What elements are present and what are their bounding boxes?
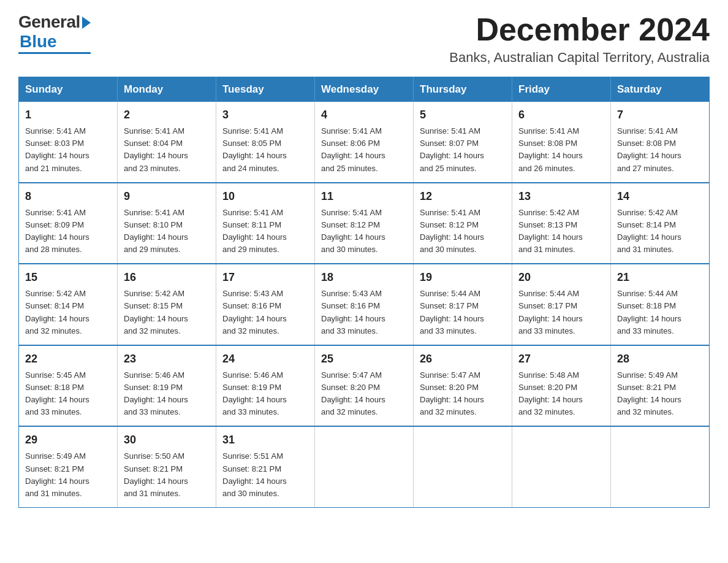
day-number: 21 (617, 269, 703, 286)
day-number: 15 (25, 269, 111, 286)
header-saturday: Saturday (611, 77, 710, 102)
day-info: Sunrise: 5:41 AMSunset: 8:04 PMDaylight:… (124, 125, 210, 175)
table-row: 18Sunrise: 5:43 AMSunset: 8:16 PMDayligh… (315, 264, 414, 345)
table-row: 9Sunrise: 5:41 AMSunset: 8:10 PMDaylight… (118, 183, 216, 264)
table-row: 10Sunrise: 5:41 AMSunset: 8:11 PMDayligh… (216, 183, 315, 264)
calendar-week-row: 29Sunrise: 5:49 AMSunset: 8:21 PMDayligh… (19, 426, 710, 507)
calendar-week-row: 1Sunrise: 5:41 AMSunset: 8:03 PMDaylight… (19, 102, 710, 183)
day-info: Sunrise: 5:51 AMSunset: 8:21 PMDaylight:… (222, 450, 308, 500)
day-info: Sunrise: 5:47 AMSunset: 8:20 PMDaylight:… (321, 369, 407, 419)
title-area: December 2024 Banks, Australian Capital … (449, 12, 710, 66)
table-row: 15Sunrise: 5:42 AMSunset: 8:14 PMDayligh… (19, 264, 118, 345)
table-row: 21Sunrise: 5:44 AMSunset: 8:18 PMDayligh… (611, 264, 710, 345)
logo-blue-text: Blue (20, 32, 57, 52)
day-info: Sunrise: 5:41 AMSunset: 8:07 PMDaylight:… (420, 125, 506, 175)
calendar-body: 1Sunrise: 5:41 AMSunset: 8:03 PMDaylight… (19, 102, 710, 507)
day-info: Sunrise: 5:41 AMSunset: 8:09 PMDaylight:… (25, 207, 111, 256)
table-row (611, 426, 710, 507)
table-row: 24Sunrise: 5:46 AMSunset: 8:19 PMDayligh… (216, 345, 315, 427)
table-row: 23Sunrise: 5:46 AMSunset: 8:19 PMDayligh… (118, 345, 216, 427)
header-tuesday: Tuesday (216, 77, 315, 102)
table-row: 25Sunrise: 5:47 AMSunset: 8:20 PMDayligh… (315, 345, 414, 427)
table-row: 13Sunrise: 5:42 AMSunset: 8:13 PMDayligh… (512, 183, 611, 264)
day-info: Sunrise: 5:49 AMSunset: 8:21 PMDaylight:… (25, 450, 111, 500)
day-info: Sunrise: 5:43 AMSunset: 8:16 PMDaylight:… (222, 288, 308, 337)
table-row: 29Sunrise: 5:49 AMSunset: 8:21 PMDayligh… (19, 426, 118, 507)
calendar-week-row: 8Sunrise: 5:41 AMSunset: 8:09 PMDaylight… (19, 183, 710, 264)
table-row: 17Sunrise: 5:43 AMSunset: 8:16 PMDayligh… (216, 264, 315, 345)
day-number: 29 (25, 432, 111, 448)
day-info: Sunrise: 5:42 AMSunset: 8:15 PMDaylight:… (124, 288, 210, 337)
day-number: 23 (124, 351, 210, 367)
day-number: 10 (222, 188, 308, 205)
day-info: Sunrise: 5:44 AMSunset: 8:17 PMDaylight:… (518, 288, 604, 337)
day-info: Sunrise: 5:41 AMSunset: 8:06 PMDaylight:… (321, 125, 407, 175)
day-info: Sunrise: 5:41 AMSunset: 8:12 PMDaylight:… (321, 207, 407, 256)
day-number: 20 (518, 269, 604, 286)
day-info: Sunrise: 5:49 AMSunset: 8:21 PMDaylight:… (617, 369, 703, 419)
day-number: 26 (420, 351, 506, 367)
day-number: 25 (321, 351, 407, 367)
header-thursday: Thursday (414, 77, 512, 102)
header-row: Sunday Monday Tuesday Wednesday Thursday… (19, 77, 710, 102)
day-number: 9 (124, 188, 210, 205)
day-number: 8 (25, 188, 111, 205)
calendar-header: Sunday Monday Tuesday Wednesday Thursday… (19, 77, 710, 102)
day-info: Sunrise: 5:41 AMSunset: 8:10 PMDaylight:… (124, 207, 210, 256)
logo-underline (18, 52, 91, 54)
logo-arrow-icon (82, 17, 91, 29)
day-info: Sunrise: 5:42 AMSunset: 8:14 PMDaylight:… (617, 207, 703, 256)
table-row: 16Sunrise: 5:42 AMSunset: 8:15 PMDayligh… (118, 264, 216, 345)
header-monday: Monday (118, 77, 216, 102)
table-row: 12Sunrise: 5:41 AMSunset: 8:12 PMDayligh… (414, 183, 512, 264)
day-number: 5 (420, 107, 506, 123)
calendar-week-row: 22Sunrise: 5:45 AMSunset: 8:18 PMDayligh… (19, 345, 710, 427)
day-info: Sunrise: 5:50 AMSunset: 8:21 PMDaylight:… (124, 450, 210, 500)
day-info: Sunrise: 5:42 AMSunset: 8:14 PMDaylight:… (25, 288, 111, 337)
page-header: General Blue December 2024 Banks, Austra… (18, 12, 710, 66)
table-row (315, 426, 414, 507)
day-info: Sunrise: 5:41 AMSunset: 8:08 PMDaylight:… (617, 125, 703, 175)
table-row: 4Sunrise: 5:41 AMSunset: 8:06 PMDaylight… (315, 102, 414, 183)
day-info: Sunrise: 5:44 AMSunset: 8:18 PMDaylight:… (617, 288, 703, 337)
day-number: 19 (420, 269, 506, 286)
day-number: 22 (25, 351, 111, 367)
day-info: Sunrise: 5:47 AMSunset: 8:20 PMDaylight:… (420, 369, 506, 419)
header-wednesday: Wednesday (315, 77, 414, 102)
header-sunday: Sunday (19, 77, 118, 102)
logo: General Blue (18, 12, 91, 54)
logo-general-text: General (18, 12, 80, 32)
day-info: Sunrise: 5:42 AMSunset: 8:13 PMDaylight:… (518, 207, 604, 256)
day-number: 28 (617, 351, 703, 367)
month-year-title: December 2024 (449, 12, 710, 47)
day-number: 7 (617, 107, 703, 123)
day-info: Sunrise: 5:41 AMSunset: 8:03 PMDaylight:… (25, 125, 111, 175)
day-info: Sunrise: 5:41 AMSunset: 8:08 PMDaylight:… (518, 125, 604, 175)
day-number: 17 (222, 269, 308, 286)
day-number: 4 (321, 107, 407, 123)
table-row (512, 426, 611, 507)
day-number: 31 (222, 432, 308, 448)
table-row: 14Sunrise: 5:42 AMSunset: 8:14 PMDayligh… (611, 183, 710, 264)
table-row: 19Sunrise: 5:44 AMSunset: 8:17 PMDayligh… (414, 264, 512, 345)
table-row: 8Sunrise: 5:41 AMSunset: 8:09 PMDaylight… (19, 183, 118, 264)
table-row: 11Sunrise: 5:41 AMSunset: 8:12 PMDayligh… (315, 183, 414, 264)
table-row: 1Sunrise: 5:41 AMSunset: 8:03 PMDaylight… (19, 102, 118, 183)
day-info: Sunrise: 5:46 AMSunset: 8:19 PMDaylight:… (222, 369, 308, 419)
table-row: 27Sunrise: 5:48 AMSunset: 8:20 PMDayligh… (512, 345, 611, 427)
day-number: 2 (124, 107, 210, 123)
day-number: 11 (321, 188, 407, 205)
table-row: 3Sunrise: 5:41 AMSunset: 8:05 PMDaylight… (216, 102, 315, 183)
table-row (414, 426, 512, 507)
day-number: 6 (518, 107, 604, 123)
day-number: 30 (124, 432, 210, 448)
table-row: 7Sunrise: 5:41 AMSunset: 8:08 PMDaylight… (611, 102, 710, 183)
header-friday: Friday (512, 77, 611, 102)
day-info: Sunrise: 5:45 AMSunset: 8:18 PMDaylight:… (25, 369, 111, 419)
day-number: 27 (518, 351, 604, 367)
calendar-table: Sunday Monday Tuesday Wednesday Thursday… (18, 77, 710, 508)
location-title: Banks, Australian Capital Territory, Aus… (449, 50, 710, 66)
day-info: Sunrise: 5:46 AMSunset: 8:19 PMDaylight:… (124, 369, 210, 419)
day-number: 1 (25, 107, 111, 123)
day-number: 16 (124, 269, 210, 286)
